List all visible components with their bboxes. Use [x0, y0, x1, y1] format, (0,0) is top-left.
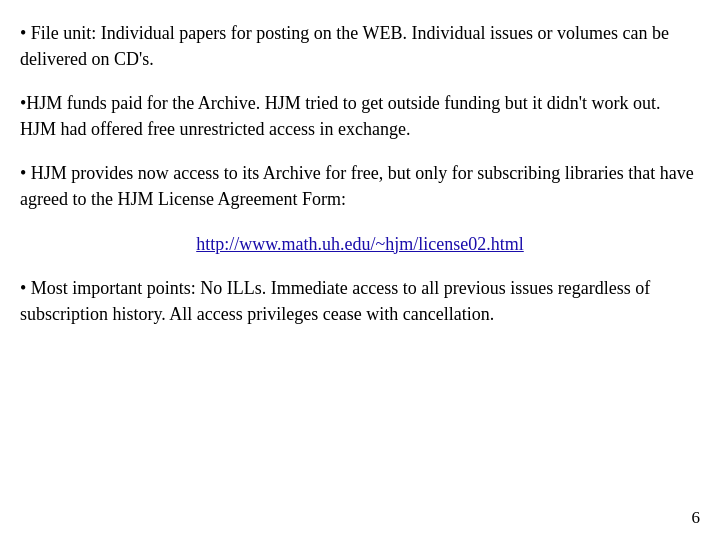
link-block: http://www.math.uh.edu/~hjm/license02.ht… — [20, 231, 700, 257]
bullet-2-block: •HJM funds paid for the Archive. HJM tri… — [20, 90, 700, 142]
bullet-1-text: • File unit: Individual papers for posti… — [20, 23, 669, 69]
slide-container: • File unit: Individual papers for posti… — [0, 0, 720, 540]
license-link[interactable]: http://www.math.uh.edu/~hjm/license02.ht… — [196, 234, 524, 254]
bullet-4-block: • Most important points: No ILLs. Immedi… — [20, 275, 700, 327]
bullet-3-block: • HJM provides now access to its Archive… — [20, 160, 700, 212]
page-number: 6 — [692, 508, 701, 528]
bullet-3-text: • HJM provides now access to its Archive… — [20, 163, 694, 209]
bullet-1-block: • File unit: Individual papers for posti… — [20, 20, 700, 72]
bullet-2-text: •HJM funds paid for the Archive. HJM tri… — [20, 93, 660, 139]
bullet-4-text: • Most important points: No ILLs. Immedi… — [20, 278, 650, 324]
